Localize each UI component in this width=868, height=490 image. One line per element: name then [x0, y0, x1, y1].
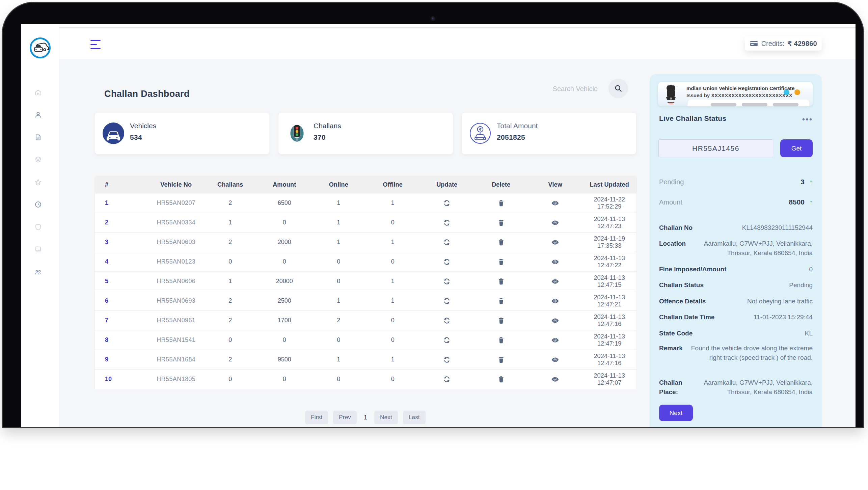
laptop-icon[interactable] [34, 245, 42, 253]
row-index-link[interactable]: 3 [105, 239, 108, 245]
online-count: 2 [337, 317, 340, 324]
eye-icon[interactable] [551, 258, 559, 266]
online-count: 1 [337, 239, 340, 245]
eye-icon[interactable] [551, 219, 559, 227]
eye-icon[interactable] [551, 297, 559, 305]
trash-icon[interactable] [497, 219, 505, 227]
ashoka-emblem-icon [664, 85, 678, 106]
eye-icon[interactable] [551, 375, 559, 383]
offline-count: 1 [391, 297, 395, 304]
eye-icon[interactable] [551, 199, 559, 207]
refresh-icon[interactable] [443, 199, 451, 207]
column-header: View [528, 176, 582, 193]
eye-icon[interactable] [551, 356, 559, 364]
team-icon[interactable] [34, 268, 42, 276]
refresh-icon[interactable] [443, 375, 451, 383]
detail-value: Aaramkallu, G7WV+PJJ, Vellanikkara, Thri… [690, 239, 813, 258]
online-count: 0 [337, 376, 340, 382]
amount-value: 20000 [276, 278, 293, 284]
next-button[interactable]: Next [659, 405, 693, 421]
last-updated: 2024-11-13 12:47:19 [582, 330, 637, 350]
table-row: 7HR55AN09612170020 2024-11-13 12:47:16 [95, 311, 636, 330]
refresh-icon[interactable] [443, 219, 451, 227]
row-index-link[interactable]: 5 [105, 278, 108, 284]
refresh-icon[interactable] [443, 258, 451, 266]
stat-value: 370 [314, 133, 326, 141]
eye-icon[interactable] [551, 336, 559, 344]
refresh-icon[interactable] [443, 317, 451, 325]
trash-icon[interactable] [497, 317, 505, 325]
challans-count: 2 [228, 356, 232, 363]
row-index-link[interactable]: 8 [105, 336, 108, 343]
user-icon[interactable] [34, 111, 42, 119]
first-page-button[interactable]: First [305, 411, 328, 424]
detail-row: Challan StatusPending [659, 280, 813, 290]
last-updated: 2024-11-13 12:47:15 [582, 272, 637, 291]
vehicle-number: HR55AN1805 [157, 376, 195, 382]
amount-value: 6500 [278, 199, 291, 206]
credits-label: Credits: [761, 40, 785, 48]
trash-icon[interactable] [497, 199, 505, 207]
detail-label: Challan Status [659, 280, 704, 290]
eye-icon[interactable] [551, 317, 559, 325]
clock-icon[interactable] [34, 200, 42, 209]
row-index-link[interactable]: 7 [105, 317, 108, 324]
eye-icon[interactable] [551, 238, 559, 246]
page-title: Challan Dashboard [104, 89, 190, 99]
trash-icon[interactable] [497, 277, 505, 285]
trash-icon[interactable] [497, 238, 505, 246]
table-row: 3HR55AN06032200011 2024-11-19 17:35:33 [95, 233, 636, 252]
stat-card-total-amount: ₹ Total Amount 2051825 [461, 112, 636, 155]
next-page-button[interactable]: Next [374, 411, 398, 424]
trash-icon[interactable] [497, 375, 505, 383]
menu-icon[interactable] [90, 40, 101, 49]
online-count: 1 [337, 219, 340, 226]
vehicle-logo-icon [29, 37, 51, 59]
trash-icon[interactable] [497, 356, 505, 364]
offline-count: 1 [391, 278, 395, 284]
offline-count: 0 [391, 219, 395, 226]
eye-icon[interactable] [551, 277, 559, 285]
offline-count: 1 [391, 239, 395, 245]
row-index-link[interactable]: 4 [105, 258, 108, 265]
refresh-icon[interactable] [443, 277, 451, 285]
offline-count: 1 [391, 199, 395, 206]
certificate-placeholder [688, 100, 809, 106]
table-row: 9HR55AN16842950011 2024-11-13 12:47:16 [95, 350, 636, 370]
vehicle-number: HR55AN1684 [157, 356, 195, 363]
last-updated: 2024-11-22 17:52:29 [582, 193, 637, 213]
refresh-icon[interactable] [443, 336, 451, 344]
row-index-link[interactable]: 6 [105, 297, 108, 304]
table-header-row: #Vehicle NoChallansAmountOnlineOfflineUp… [95, 176, 636, 193]
cyan-dot-icon [784, 89, 789, 95]
star-icon[interactable] [34, 178, 42, 186]
row-index-link[interactable]: 9 [105, 356, 108, 363]
detail-value: 0 [731, 265, 813, 274]
home-icon[interactable] [34, 88, 42, 97]
report-file-icon[interactable] [34, 133, 42, 141]
trash-icon[interactable] [497, 297, 505, 305]
pending-value: 3 [801, 178, 805, 186]
search-button[interactable] [608, 79, 628, 98]
row-index-link[interactable]: 10 [105, 376, 112, 382]
topbar: Credits: ₹ 429860 [59, 28, 856, 59]
refresh-icon[interactable] [443, 238, 451, 246]
layers-icon[interactable] [34, 156, 42, 164]
offline-count: 0 [391, 336, 395, 343]
vehicle-number: HR55AN1541 [157, 336, 195, 343]
online-count: 1 [337, 356, 340, 363]
get-button[interactable]: Get [780, 139, 813, 157]
challan-table: #Vehicle NoChallansAmountOnlineOfflineUp… [94, 176, 637, 389]
vehicle-number-input[interactable] [658, 139, 773, 157]
trash-icon[interactable] [497, 258, 505, 266]
refresh-icon[interactable] [443, 297, 451, 305]
trash-icon[interactable] [497, 336, 505, 344]
shield-icon[interactable] [34, 223, 42, 231]
row-index-link[interactable]: 2 [105, 219, 108, 226]
more-options-icon[interactable]: ••• [802, 115, 813, 124]
row-index-link[interactable]: 1 [105, 199, 108, 206]
search-input[interactable] [496, 82, 598, 96]
last-page-button[interactable]: Last [403, 411, 426, 424]
refresh-icon[interactable] [443, 356, 451, 364]
prev-page-button[interactable]: Prev [333, 411, 357, 424]
